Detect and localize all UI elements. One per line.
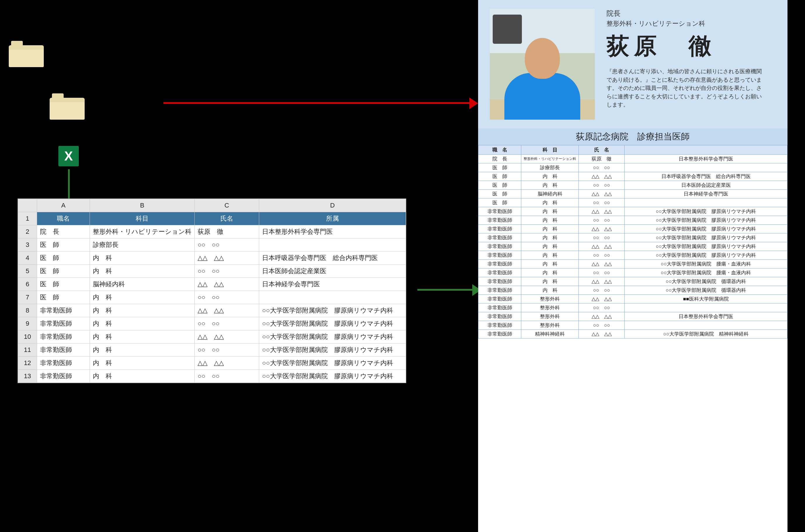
cell: 医 師 — [37, 265, 90, 278]
table-row: 非常勤医師整形外科○○ ○○ — [479, 304, 787, 312]
table-row: 非常勤医師内 科○○ ○○○○大学医学部附属病院 循環器内科 — [479, 286, 787, 295]
cell: 院 長 — [479, 155, 521, 164]
cell: 非常勤医師 — [37, 330, 90, 343]
cell: ○○ ○○ — [579, 181, 624, 190]
cell: △△ △△ — [579, 172, 624, 181]
cell: △△ △△ — [195, 330, 259, 343]
folder-icon — [9, 41, 44, 67]
doctor-list-title: 荻原記念病院 診療担当医師 — [478, 128, 787, 145]
cell: ○○大学医学部附属病院 膠原病リウマチ内科 — [624, 233, 787, 242]
cell: 非常勤医師 — [479, 312, 521, 321]
director-message: 『患者さんに寄り添い、地域の皆さんに頼りにされる医療機関であり続ける。』ことに私… — [606, 68, 764, 109]
cell: △△ △△ — [579, 312, 624, 321]
cell: 整形外科 — [521, 295, 579, 304]
table-row: 非常勤医師整形外科○○ ○○ — [479, 321, 787, 330]
cell: ○○大学医学部附属病院 循環器内科 — [624, 277, 787, 286]
cell: △△ △△ — [579, 225, 624, 233]
table-row: 4医 師内 科△△ △△日本呼吸器学会専門医 総合内科専門医 — [18, 251, 406, 265]
cell: ○○大学医学部附属病院 膠原病リウマチ内科 — [624, 251, 787, 260]
cell: 内 科 — [90, 317, 195, 330]
cell: 内 科 — [90, 370, 195, 383]
cell: 日本整形外科学会専門医 — [259, 225, 406, 239]
cell: △△ △△ — [195, 304, 259, 317]
cell: ○○ ○○ — [579, 268, 624, 277]
cell: 非常勤医師 — [479, 242, 521, 251]
director-name: 荻原 徹 — [606, 31, 764, 61]
cell: ○○ ○○ — [579, 216, 624, 225]
cell — [624, 164, 787, 172]
column-header: 科 目 — [521, 145, 579, 155]
column-header: 氏 名 — [579, 145, 624, 155]
cell: 日本呼吸器学会専門医 総合内科専門医 — [259, 251, 406, 265]
table-row: 9非常勤医師内 科○○ ○○○○大学医学部附属病院 膠原病リウマチ内科 — [18, 317, 406, 330]
director-card: 院長 整形外科・リハビリテーション科 荻原 徹 『患者さんに寄り添い、地域の皆さ… — [478, 0, 787, 128]
cell: ○○大学医学部附属病院 膠原病リウマチ内科 — [624, 242, 787, 251]
cell: 日本呼吸器学会専門医 総合内科専門医 — [624, 172, 787, 181]
cell: ○○ ○○ — [195, 291, 259, 304]
director-photo — [490, 9, 595, 120]
cell — [624, 304, 787, 312]
table-row: 非常勤医師内 科△△ △△○○大学医学部附属病院 膠原病リウマチ内科 — [479, 207, 787, 216]
cell: 脳神経内科 — [90, 278, 195, 291]
director-dept: 整形外科・リハビリテーション科 — [606, 19, 764, 28]
cell — [259, 291, 406, 304]
doctor-list-table: 職 名科 目氏 名院 長整形外科・リハビリテーション科荻原 徹日本整形外科学会専… — [478, 145, 787, 339]
table-row: 医 師内 科○○ ○○ — [479, 198, 787, 207]
cell: 日本整形外科学会専門医 — [624, 312, 787, 321]
cell — [259, 239, 406, 251]
cell: 内 科 — [521, 172, 579, 181]
cell: ○○大学医学部附属病院 膠原病リウマチ内科 — [259, 370, 406, 383]
cell: 整形外科 — [521, 304, 579, 312]
cell: ○○ ○○ — [579, 321, 624, 330]
cell: △△ △△ — [579, 277, 624, 286]
table-row: 非常勤医師内 科○○ ○○○○大学医学部附属病院 腫瘍・血液内科 — [479, 268, 787, 277]
arrow-right-red-icon — [164, 102, 470, 104]
cell: 日本神経学会専門医 — [259, 278, 406, 291]
folder-icon — [50, 93, 85, 120]
cell: 非常勤医師 — [37, 370, 90, 383]
cell — [624, 198, 787, 207]
table-row: 医 師診療部長○○ ○○ — [479, 164, 787, 172]
cell: 内 科 — [90, 265, 195, 278]
cell: △△ △△ — [195, 251, 259, 265]
cell: ○○大学医学部附属病院 膠原病リウマチ内科 — [259, 304, 406, 317]
table-row: 非常勤医師内 科△△ △△○○大学医学部附属病院 循環器内科 — [479, 277, 787, 286]
cell: 非常勤医師 — [37, 317, 90, 330]
cell: 非常勤医師 — [37, 357, 90, 370]
cell: 非常勤医師 — [479, 251, 521, 260]
director-role: 院長 — [606, 9, 764, 18]
cell: 非常勤医師 — [479, 295, 521, 304]
table-row: 医 師内 科○○ ○○日本医師会認定産業医 — [479, 181, 787, 190]
cell: 非常勤医師 — [479, 225, 521, 233]
cell: 荻原 徹 — [579, 155, 624, 164]
cell: 非常勤医師 — [479, 268, 521, 277]
table-row: 2院 長整形外科・リハビリテーション科荻原 徹日本整形外科学会専門医 — [18, 225, 406, 239]
cell: 内 科 — [521, 242, 579, 251]
column-header — [624, 145, 787, 155]
cell: 精神科神経科 — [521, 330, 579, 339]
cell: 内 科 — [90, 330, 195, 343]
table-row: 非常勤医師内 科△△ △△○○大学医学部附属病院 膠原病リウマチ内科 — [479, 225, 787, 233]
cell: 内 科 — [521, 198, 579, 207]
cell: ○○ ○○ — [195, 317, 259, 330]
cell: 医 師 — [479, 198, 521, 207]
table-row: 5医 師内 科○○ ○○日本医師会認定産業医 — [18, 265, 406, 278]
cell: 非常勤医師 — [479, 233, 521, 242]
cell: 医 師 — [479, 181, 521, 190]
table-row: 13非常勤医師内 科○○ ○○○○大学医学部附属病院 膠原病リウマチ内科 — [18, 370, 406, 383]
column-header: 職 名 — [479, 145, 521, 155]
cell: 荻原 徹 — [195, 225, 259, 239]
cell: ○○ ○○ — [195, 343, 259, 357]
cell: △△ △△ — [579, 295, 624, 304]
cell: 医 師 — [479, 190, 521, 198]
spreadsheet-preview: ABCD1職名科目氏名所属2院 長整形外科・リハビリテーション科荻原 徹日本整形… — [18, 198, 406, 383]
cell: 医 師 — [37, 278, 90, 291]
cell: 内 科 — [90, 291, 195, 304]
cell: ○○ ○○ — [579, 251, 624, 260]
arrow-right-green-icon — [417, 289, 473, 291]
table-row: 7医 師内 科○○ ○○ — [18, 291, 406, 304]
cell: ○○ ○○ — [195, 370, 259, 383]
cell: 非常勤医師 — [479, 216, 521, 225]
cell: 日本医師会認定産業医 — [624, 181, 787, 190]
table-row: 10非常勤医師内 科△△ △△○○大学医学部附属病院 膠原病リウマチ内科 — [18, 330, 406, 343]
